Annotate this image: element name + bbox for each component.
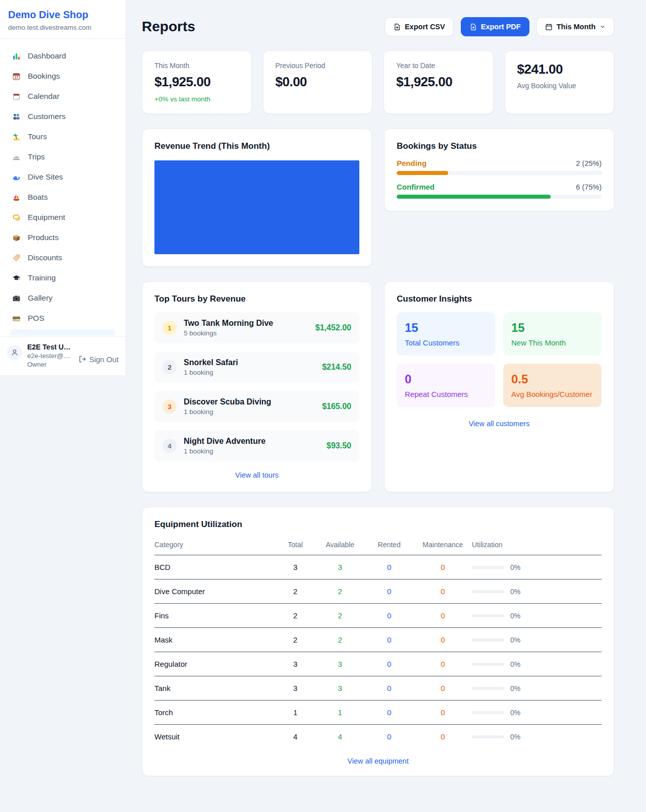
- bookings-by-status-card: Bookings by Status Pending 2 (25%) Confi…: [384, 129, 614, 211]
- cell-maintenance: 0: [414, 628, 472, 652]
- cell-maintenance: 0: [414, 676, 472, 701]
- utilization-bar: [472, 590, 504, 593]
- equipment-table: Category Total Available Rented Maintena…: [154, 537, 602, 748]
- column-header: Utilization: [472, 537, 602, 555]
- column-header: Category: [154, 537, 275, 555]
- export-csv-label: Export CSV: [405, 23, 445, 31]
- cell-available: 3: [315, 652, 364, 676]
- utilization-percent: 0%: [510, 660, 520, 668]
- utilization-percent: 0%: [510, 588, 520, 596]
- sidebar-item-dive-sites[interactable]: Dive Sites: [6, 167, 120, 187]
- sign-out-button[interactable]: Sign Out: [78, 350, 119, 368]
- credit-card-icon: [11, 313, 21, 323]
- graduation-cap-icon: [11, 273, 21, 283]
- cell-category: Mask: [154, 628, 275, 652]
- cell-available: 2: [315, 604, 364, 628]
- sidebar-item-label: Discounts: [28, 253, 62, 262]
- cell-total: 2: [275, 628, 315, 652]
- cell-available: 2: [315, 579, 364, 604]
- sidebar-item-label: Equipment: [28, 213, 65, 222]
- equipment-utilization-card: Equipment Utilization Category Total Ava…: [142, 507, 614, 776]
- utilization-bar: [472, 687, 504, 690]
- sidebar-item-tours[interactable]: Tours: [6, 127, 120, 147]
- list-item: 4 Night Dive Adventure 1 booking $93.50: [154, 430, 359, 461]
- shop-logo-block: Demo Dive Shop demo.test.divestreams.com: [0, 0, 126, 39]
- sidebar-item-products[interactable]: Products: [6, 227, 120, 248]
- tile-value: 0.5: [511, 372, 594, 386]
- sidebar-item-equipment[interactable]: Equipment: [6, 207, 120, 227]
- rank-badge: 2: [163, 360, 177, 374]
- export-pdf-button[interactable]: Export PDF: [461, 17, 529, 36]
- export-pdf-label: Export PDF: [481, 23, 521, 31]
- sidebar-item-label: Gallery: [28, 294, 52, 303]
- sidebar-item-trips[interactable]: Trips: [6, 147, 120, 167]
- cell-available: 3: [315, 555, 364, 579]
- tile-value: 0: [405, 372, 487, 386]
- utilization-bar: [472, 663, 504, 666]
- utilization-bar: [472, 711, 504, 714]
- page-header: Reports Export CSV Export PDF This Month: [142, 17, 614, 36]
- bookings-calendar-icon: 17: [11, 71, 21, 81]
- cell-category: Tank: [154, 676, 275, 701]
- sidebar-item-gallery[interactable]: Gallery: [6, 288, 120, 308]
- sidebar-item-discounts[interactable]: Discounts: [6, 248, 120, 268]
- export-csv-button[interactable]: Export CSV: [385, 17, 454, 36]
- sidebar-item-label: Bookings: [28, 72, 60, 81]
- sign-out-label: Sign Out: [89, 355, 119, 364]
- column-header: Rented: [364, 537, 413, 555]
- tile-label: Repeat Customers: [405, 390, 487, 398]
- tile-avg-bookings: 0.5 Avg Bookings/Customer: [503, 364, 602, 407]
- bar-chart-icon: [11, 51, 21, 61]
- sidebar-item-bookings[interactable]: 17 Bookings: [6, 66, 120, 86]
- cell-category: Regulator: [154, 652, 275, 676]
- sidebar-item-boats[interactable]: Boats: [6, 187, 120, 207]
- equipment-utilization-title: Equipment Utilization: [154, 519, 602, 530]
- tour-name: Two Tank Morning Dive: [184, 319, 308, 328]
- sidebar-item-customers[interactable]: Customers: [6, 106, 120, 127]
- sidebar-item-training[interactable]: Training: [6, 268, 120, 288]
- tour-revenue: $93.50: [327, 441, 351, 450]
- table-row: BCD 3 3 0 0 0%: [154, 555, 602, 579]
- sidebar-item-label: Calendar: [28, 92, 60, 101]
- person-icon: [11, 349, 19, 357]
- tour-revenue: $1,452.00: [315, 323, 351, 332]
- sidebar-item-dashboard[interactable]: Dashboard: [6, 46, 120, 66]
- cell-total: 2: [275, 604, 315, 628]
- utilization-percent: 0%: [510, 733, 520, 741]
- cell-category: BCD: [154, 555, 275, 579]
- table-row: Mask 2 2 0 0 0%: [154, 628, 602, 652]
- cell-available: 1: [315, 701, 364, 725]
- main-content: Reports Export CSV Export PDF This Month: [126, 0, 646, 776]
- sidebar-item-label: Boats: [28, 193, 48, 202]
- view-all-tours-link[interactable]: View all tours: [235, 471, 279, 479]
- cell-rented: 0: [364, 652, 413, 676]
- cell-maintenance: 0: [414, 652, 472, 676]
- tour-bookings: 1 booking: [184, 447, 319, 455]
- insight-tiles: 15 Total Customers 15 New This Month 0 R…: [397, 312, 602, 407]
- customer-insights-card: Customer Insights 15 Total Customers 15 …: [384, 281, 614, 492]
- sidebar: Demo Dive Shop demo.test.divestreams.com…: [0, 0, 126, 375]
- customer-insights-title: Customer Insights: [397, 294, 602, 304]
- sidebar-item-label: POS: [28, 314, 44, 323]
- revenue-trend-chart: [154, 160, 359, 254]
- column-header: Maintenance: [414, 537, 472, 555]
- period-select-button[interactable]: This Month: [536, 17, 614, 36]
- status-row-confirmed: Confirmed 6 (75%): [397, 183, 602, 199]
- rank-badge: 1: [163, 321, 177, 335]
- table-row: Tank 3 3 0 0 0%: [154, 676, 602, 701]
- sidebar-item-label: Dive Sites: [28, 172, 63, 182]
- cell-total: 3: [275, 652, 315, 676]
- view-all-equipment-link[interactable]: View all equipment: [347, 757, 408, 765]
- utilization-bar: [472, 566, 504, 569]
- sidebar-item-calendar[interactable]: Calendar: [6, 86, 120, 106]
- utilization-bar: [472, 639, 504, 642]
- shop-domain: demo.test.divestreams.com: [8, 24, 118, 31]
- cell-rented: 0: [364, 555, 413, 579]
- sidebar-item-pos[interactable]: POS: [6, 308, 120, 328]
- sidebar-item-reports-active-partial[interactable]: [10, 329, 116, 335]
- progress-fill: [397, 195, 551, 199]
- cell-rented: 0: [364, 628, 413, 652]
- sidebar-item-label: Tours: [28, 132, 47, 141]
- view-all-customers-link[interactable]: View all customers: [469, 420, 530, 428]
- status-row-pending: Pending 2 (25%): [397, 159, 602, 175]
